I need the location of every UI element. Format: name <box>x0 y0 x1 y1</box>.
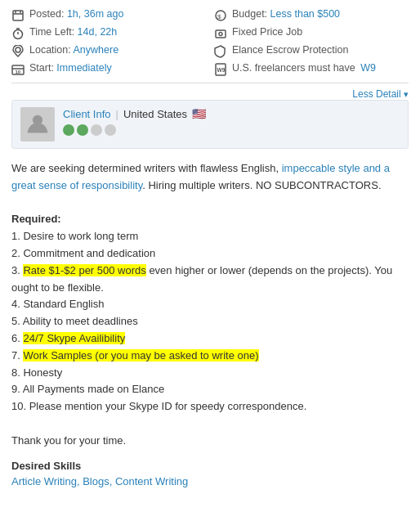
clock-icon <box>11 9 25 22</box>
start-item: 10 Start: Immediately <box>11 62 206 76</box>
location-item: Location: Anywhere <box>11 44 206 58</box>
item-9: 9. All Payments made on Elance <box>11 381 409 398</box>
svg-text:10: 10 <box>16 70 21 74</box>
required-title: Required: <box>11 211 409 228</box>
svg-point-10 <box>219 33 222 36</box>
start-label: Start: Immediately <box>29 62 112 74</box>
fixedprice-icon <box>214 27 227 40</box>
item-10: 10. Please mention your Skype ID for spe… <box>11 398 409 415</box>
rate-highlight: Rate $1-$2 per 500 words <box>23 264 145 276</box>
timeleft-item: Time Left: 14d, 22h <box>11 26 206 40</box>
flag-icon: 🇺🇸 <box>192 107 206 120</box>
star-4 <box>105 124 116 136</box>
fixedprice-label: Fixed Price Job <box>232 26 302 38</box>
item-2: 2. Commitment and dedication <box>11 245 409 263</box>
posted-label: Posted: 1h, 36m ago <box>29 8 123 20</box>
star-1 <box>63 124 74 136</box>
star-2 <box>77 124 88 136</box>
timer-icon <box>11 27 25 40</box>
svg-rect-0 <box>13 11 23 20</box>
chevron-down-icon: ▾ <box>404 89 409 99</box>
skype-highlight: 24/7 Skype Availibility <box>23 332 125 344</box>
client-separator: | <box>116 108 118 120</box>
less-detail-link[interactable]: Less Detail <box>352 88 400 100</box>
less-detail-row: Less Detail ▾ <box>11 88 409 100</box>
client-info-right: Client Info | United States 🇺🇸 <box>63 107 206 136</box>
svg-text:$: $ <box>217 13 221 20</box>
w9-icon: W9 <box>214 63 227 76</box>
skills-title: Desired Skills <box>11 460 409 472</box>
intro-text: We are seeking determined writers with f… <box>11 160 409 195</box>
budget-icon: $ <box>214 9 227 22</box>
skills-value: Article Writing, Blogs, Content Writing <box>11 475 409 487</box>
escrow-label: Elance Escrow Protection <box>232 44 348 56</box>
client-country: United States <box>123 108 187 120</box>
client-info-top: Client Info | United States 🇺🇸 <box>63 107 206 120</box>
svg-point-11 <box>16 47 20 52</box>
location-icon <box>11 45 25 58</box>
posted-item: Posted: 1h, 36m ago <box>11 8 206 22</box>
svg-text:W9: W9 <box>217 67 226 73</box>
budget-label: Budget: Less than $500 <box>232 8 340 20</box>
client-box: Client Info | United States 🇺🇸 <box>11 100 409 149</box>
timeleft-label: Time Left: 14d, 22h <box>29 26 117 38</box>
fixedprice-item: Fixed Price Job <box>214 26 409 40</box>
star-3 <box>91 124 102 136</box>
job-description: We are seeking determined writers with f… <box>11 160 409 450</box>
thankyou-text: Thank you for your time. <box>11 433 409 450</box>
escrow-icon <box>214 45 227 58</box>
avatar-person-icon <box>26 113 49 136</box>
item-4: 4. Standard English <box>11 296 409 313</box>
w9-label: U.S. freelancers must have W9 <box>232 62 376 74</box>
divider-1 <box>11 83 409 83</box>
start-icon: 10 <box>11 63 25 76</box>
budget-item: $ Budget: Less than $500 <box>214 8 409 22</box>
item-5: 5. Ability to meet deadlines <box>11 313 409 330</box>
samples-highlight: Work Samples (or you may be asked to wri… <box>23 349 258 362</box>
svg-rect-9 <box>216 30 226 38</box>
escrow-item: Elance Escrow Protection <box>214 44 409 58</box>
avatar <box>20 107 55 141</box>
item-8: 8. Honesty <box>11 365 409 382</box>
client-info-label[interactable]: Client Info <box>63 108 111 120</box>
skills-section: Desired Skills Article Writing, Blogs, C… <box>11 460 409 487</box>
location-label: Location: Anywhere <box>29 44 118 56</box>
rating-stars <box>63 124 206 136</box>
highlight-style: impeccable style and a great sense of re… <box>11 162 390 191</box>
item-6: 6. 24/7 Skype Availibility <box>11 330 409 348</box>
w9-item: W9 U.S. freelancers must have W9 <box>214 62 409 76</box>
item-3: 3. Rate $1-$2 per 500 words even higher … <box>11 263 409 297</box>
item-7: 7. Work Samples (or you may be asked to … <box>11 348 409 365</box>
meta-grid: Posted: 1h, 36m ago $ Budget: Less than … <box>11 8 409 76</box>
item-1: 1. Desire to work long term <box>11 228 409 245</box>
